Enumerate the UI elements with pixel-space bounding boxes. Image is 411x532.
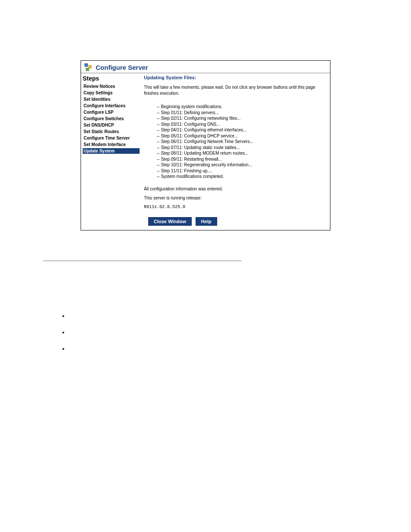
step-item-configure-lsp[interactable]: Configure LSP [83, 109, 140, 115]
release-version: R011x.02.0.525.0 [144, 205, 327, 209]
log-line: -- Step 03/11: Configuring DNS... [157, 121, 327, 128]
step-item-configure-time-server[interactable]: Configure Time Server [83, 135, 140, 141]
page: Configure Server Steps Review Notices Co… [0, 0, 411, 532]
dialog-title: Configure Server [96, 64, 148, 71]
section-divider [43, 261, 241, 261]
log-line: -- Step 08/11: Updating MODEM return rou… [157, 150, 327, 156]
step-item-update-system[interactable]: Update System [83, 148, 140, 154]
dialog-body: Steps Review Notices Copy Settings Set I… [81, 73, 330, 230]
button-row: Close Window Help [144, 217, 327, 226]
log-line: -- Step 05/11: Configuring DHCP service.… [157, 133, 327, 139]
log-line: -- Beginning system modifications. [157, 104, 327, 110]
list-item [69, 345, 368, 352]
log-line: -- Step 09/11: Restarting firewall... [157, 156, 327, 162]
configure-server-dialog: Configure Server Steps Review Notices Co… [81, 60, 330, 230]
close-window-button[interactable]: Close Window [148, 217, 192, 226]
dialog-header: Configure Server [81, 61, 330, 73]
log-block: -- Beginning system modifications. -- St… [144, 104, 327, 180]
doc-section [43, 261, 368, 352]
bullet-list [69, 313, 368, 352]
log-line: -- Step 06/11: Configuring Network Time … [157, 139, 327, 145]
help-button[interactable]: Help [196, 217, 217, 226]
log-line: -- Step 04/11: Configuring ethernet inte… [157, 127, 327, 133]
running-release-text: This server is running release: [144, 196, 327, 200]
step-item-set-static-routes[interactable]: Set Static Routes [83, 129, 140, 134]
step-item-configure-switches[interactable]: Configure Switches [83, 116, 140, 121]
log-line: -- Step 02/11: Configuring networking fi… [157, 115, 327, 121]
log-line: -- System modifications completed. [157, 174, 327, 180]
step-item-review-notices[interactable]: Review Notices [83, 84, 140, 89]
log-line: -- Step 01/11: Defining servers... [157, 110, 327, 116]
app-icon [84, 63, 92, 71]
list-item [69, 313, 368, 320]
log-line: -- Step 10/11: Regenerating security inf… [157, 162, 327, 168]
step-item-set-dns-dhcp[interactable]: Set DNS/DHCP [83, 122, 140, 128]
main-heading: Updating System Files: [144, 75, 327, 80]
config-entered-text: All configuration information was entere… [144, 187, 327, 191]
steps-heading: Steps [83, 75, 140, 82]
step-item-set-modem-interface[interactable]: Set Modem Interface [83, 142, 140, 147]
log-line: -- Step 11/11: Finishing up.... [157, 168, 327, 174]
wizard-steps: Steps Review Notices Copy Settings Set I… [81, 73, 141, 230]
main-intro: This will take a few moments, please wai… [144, 84, 327, 96]
log-line: -- Step 07/11: Updating static route tab… [157, 145, 327, 151]
step-item-set-identities[interactable]: Set Identities [83, 96, 140, 102]
step-item-copy-settings[interactable]: Copy Settings [83, 90, 140, 96]
dialog-main: Updating System Files: This will take a … [141, 73, 330, 230]
step-item-configure-interfaces[interactable]: Configure Interfaces [83, 103, 140, 109]
list-item [69, 329, 368, 336]
